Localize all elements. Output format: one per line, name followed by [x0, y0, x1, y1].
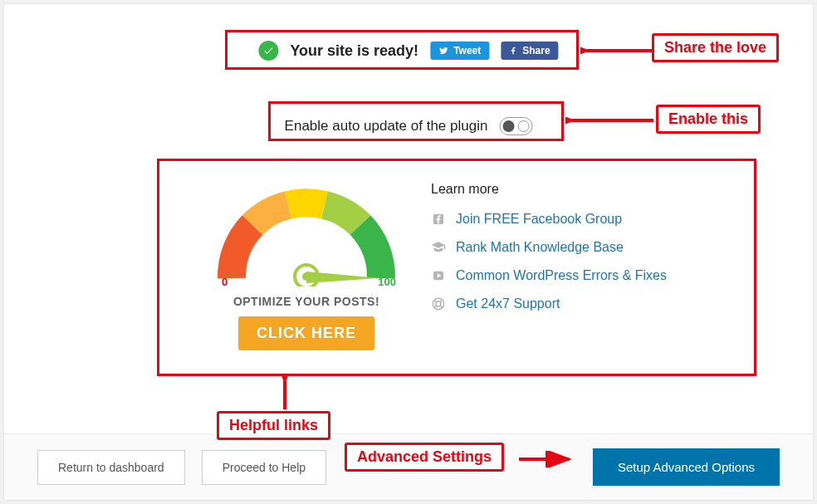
- success-check-icon: [258, 41, 278, 61]
- optimize-posts-heading: OPTIMIZE YOUR POSTS!: [215, 295, 398, 308]
- optimize-cta-button[interactable]: CLICK HERE: [238, 316, 374, 350]
- annotation-arrow: [276, 376, 293, 413]
- annotation-label-enable-this: Enable this: [656, 105, 761, 134]
- tweet-button-label: Tweet: [453, 45, 481, 56]
- seo-score-gauge: 0 100: [215, 179, 398, 286]
- optimize-and-learn-panel: 0 100 OPTIMIZE YOUR POSTS! CLICK HERE Le…: [162, 167, 751, 374]
- setup-advanced-options-button[interactable]: Setup Advanced Options: [593, 448, 780, 486]
- gauge-max-label: 100: [378, 276, 396, 288]
- toggle-knob: [502, 120, 514, 132]
- list-item: Get 24x7 Support: [431, 296, 735, 311]
- learn-more-link[interactable]: Rank Math Knowledge Base: [456, 240, 624, 255]
- learn-more-column: Learn more Join FREE Facebook Group Rank…: [431, 179, 735, 325]
- status-row: Your site is ready! Tweet Share: [248, 36, 568, 66]
- fb-share-button[interactable]: Share: [501, 42, 558, 60]
- learn-more-link[interactable]: Get 24x7 Support: [456, 296, 560, 311]
- seo-gauge-column: 0 100 OPTIMIZE YOUR POSTS! CLICK HERE: [215, 179, 398, 350]
- play-icon: [431, 268, 446, 283]
- list-item: Common WordPress Errors & Fixes: [431, 268, 735, 283]
- annotation-label-share-love: Share the love: [652, 33, 779, 62]
- wizard-footer: Return to dashboard Proceed to Help Setu…: [4, 433, 813, 500]
- facebook-icon: [509, 46, 517, 56]
- svg-point-2: [302, 272, 311, 281]
- learn-more-link[interactable]: Common WordPress Errors & Fixes: [456, 268, 667, 283]
- graduation-cap-icon: [431, 240, 446, 255]
- fb-share-button-label: Share: [522, 45, 550, 56]
- auto-update-toggle[interactable]: [499, 117, 532, 135]
- learn-more-link[interactable]: Join FREE Facebook Group: [456, 212, 622, 227]
- tweet-button[interactable]: Tweet: [430, 42, 489, 60]
- setup-wizard-final-step: Your site is ready! Tweet Share Enable a…: [3, 3, 814, 501]
- twitter-icon: [438, 46, 448, 56]
- life-ring-icon: [431, 296, 446, 311]
- gauge-min-label: 0: [222, 276, 227, 288]
- auto-update-label: Enable auto update of the plugin: [285, 118, 488, 135]
- learn-more-heading: Learn more: [431, 182, 735, 197]
- facebook-icon: [431, 212, 446, 227]
- proceed-help-button[interactable]: Proceed to Help: [202, 450, 326, 485]
- annotation-arrow: [580, 42, 655, 59]
- list-item: Rank Math Knowledge Base: [431, 240, 735, 255]
- svg-point-5: [433, 298, 444, 310]
- svg-point-6: [436, 301, 441, 306]
- return-dashboard-button[interactable]: Return to dashboard: [37, 450, 185, 485]
- toggle-track-hole: [517, 120, 529, 132]
- list-item: Join FREE Facebook Group: [431, 212, 735, 227]
- auto-update-row: Enable auto update of the plugin: [273, 110, 545, 142]
- status-title: Your site is ready!: [290, 42, 418, 60]
- learn-more-list: Join FREE Facebook Group Rank Math Knowl…: [431, 212, 735, 311]
- annotation-arrow: [565, 112, 657, 129]
